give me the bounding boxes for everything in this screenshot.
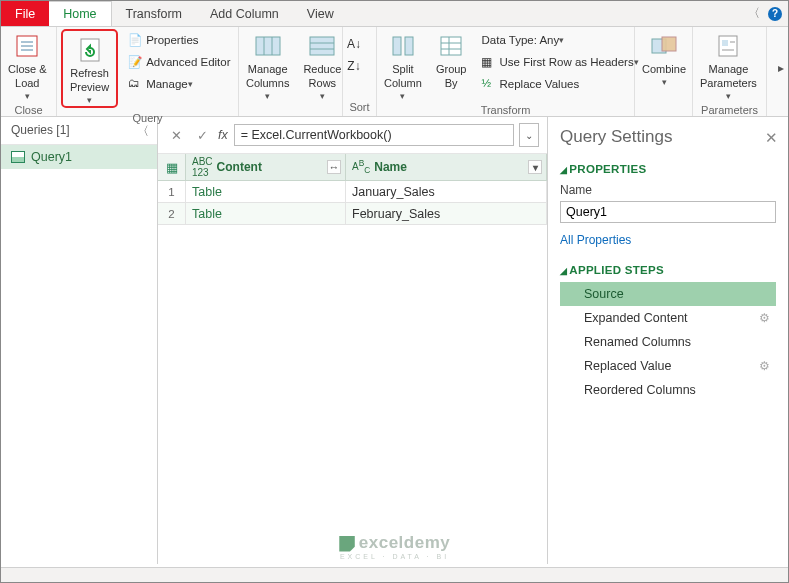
table-row[interactable]: 2 Table February_Sales — [158, 203, 547, 225]
cell-content[interactable]: Table — [186, 181, 346, 202]
close-load-button[interactable]: Close & Load — [1, 27, 54, 102]
row-number: 2 — [158, 203, 186, 224]
properties-button[interactable]: 📄Properties — [122, 29, 236, 51]
accept-formula-icon[interactable]: ✓ — [192, 125, 212, 145]
advanced-editor-icon: 📝 — [128, 55, 142, 69]
svg-rect-10 — [722, 40, 728, 46]
svg-rect-8 — [662, 37, 676, 51]
table-row[interactable]: 1 Table January_Sales — [158, 181, 547, 203]
properties-section-header[interactable]: PROPERTIES — [560, 163, 776, 175]
tab-file[interactable]: File — [1, 1, 49, 26]
headers-icon: ▦ — [481, 55, 495, 69]
svg-rect-4 — [393, 37, 401, 55]
replace-icon: ½ — [481, 77, 495, 91]
cell-name[interactable]: February_Sales — [346, 203, 547, 224]
cancel-formula-icon[interactable]: ✕ — [166, 125, 186, 145]
sort-desc-button[interactable]: Z↓ — [345, 55, 363, 77]
all-properties-link[interactable]: All Properties — [560, 233, 631, 247]
manage-button[interactable]: 🗂Manage — [122, 73, 236, 95]
column-content[interactable]: ABC123 Content ↔ — [186, 154, 346, 180]
manage-columns-icon — [253, 31, 283, 61]
ribbon-more-icon[interactable]: ▸ — [778, 61, 784, 75]
data-grid: ▦ ABC123 Content ↔ ABC Name ▾ 1 Table Ja… — [158, 154, 547, 225]
ribbon-collapse-icon[interactable]: 〈 — [748, 5, 760, 22]
group-close-label: Close — [1, 102, 56, 119]
gear-icon[interactable]: ⚙ — [759, 311, 770, 325]
expand-column-icon[interactable]: ↔ — [327, 160, 341, 174]
watermark-logo-icon — [339, 536, 355, 552]
reduce-rows-icon — [307, 31, 337, 61]
step-renamed-columns[interactable]: Renamed Columns — [560, 330, 776, 354]
parameters-icon — [713, 31, 743, 61]
ribbon: Close & Load Close Refresh Preview 📄Prop… — [1, 27, 788, 117]
tab-home[interactable]: Home — [49, 1, 111, 26]
row-number: 1 — [158, 181, 186, 202]
group-query-label: Query — [57, 110, 238, 127]
column-type-text-icon: ABC — [352, 158, 370, 175]
step-replaced-value[interactable]: Replaced Value⚙ — [560, 354, 776, 378]
help-icon[interactable]: ? — [768, 7, 782, 21]
watermark: exceldemy EXCEL · DATA · BI — [339, 533, 450, 560]
tab-transform[interactable]: Transform — [112, 1, 197, 26]
group-by-icon — [436, 31, 466, 61]
svg-rect-5 — [405, 37, 413, 55]
name-label: Name — [560, 183, 776, 197]
formula-input[interactable] — [234, 124, 514, 146]
queries-pane: Queries [1] 〈 Query1 — [1, 117, 158, 564]
grid-corner-icon[interactable]: ▦ — [158, 154, 186, 180]
combine-button[interactable]: Combine — [635, 27, 693, 99]
split-column-button[interactable]: Split Column — [377, 27, 429, 102]
step-reordered-columns[interactable]: Reordered Columns — [560, 378, 776, 402]
cell-name[interactable]: January_Sales — [346, 181, 547, 202]
query-settings-pane: Query Settings ✕ PROPERTIES Name All Pro… — [548, 117, 788, 564]
close-load-icon — [12, 31, 42, 61]
gear-icon[interactable]: ⚙ — [759, 359, 770, 373]
query-item[interactable]: Query1 — [1, 145, 157, 169]
query-settings-title: Query Settings — [560, 127, 776, 147]
data-type-button[interactable]: Data Type: Any — [475, 29, 644, 51]
refresh-preview-button[interactable]: Refresh Preview — [61, 29, 118, 108]
sort-asc-icon: A↓ — [347, 37, 361, 51]
advanced-editor-button[interactable]: 📝Advanced Editor — [122, 51, 236, 73]
reduce-rows-button[interactable]: Reduce Rows — [296, 27, 348, 102]
svg-rect-6 — [441, 37, 461, 55]
tab-view[interactable]: View — [293, 1, 348, 26]
table-icon — [11, 151, 25, 163]
replace-values-button[interactable]: ½Replace Values — [475, 73, 644, 95]
manage-parameters-button[interactable]: Manage Parameters — [693, 27, 764, 102]
split-column-icon — [388, 31, 418, 61]
svg-rect-2 — [256, 37, 280, 55]
group-sort-label: Sort — [343, 99, 376, 116]
fx-icon[interactable]: fx — [218, 128, 228, 142]
close-settings-icon[interactable]: ✕ — [765, 129, 778, 147]
column-type-icon: ABC123 — [192, 156, 213, 178]
formula-dropdown-icon[interactable]: ⌄ — [519, 123, 539, 147]
tab-add-column[interactable]: Add Column — [196, 1, 293, 26]
properties-icon: 📄 — [128, 33, 142, 47]
first-row-headers-button[interactable]: ▦Use First Row as Headers — [475, 51, 644, 73]
sort-asc-button[interactable]: A↓ — [345, 33, 363, 55]
status-bar — [1, 567, 788, 582]
step-expanded-content[interactable]: Expanded Content⚙ — [560, 306, 776, 330]
column-filter-icon[interactable]: ▾ — [528, 160, 542, 174]
query-name-input[interactable] — [560, 201, 776, 223]
tab-strip: File Home Transform Add Column View 〈 ? — [1, 1, 788, 27]
cell-content[interactable]: Table — [186, 203, 346, 224]
group-by-button[interactable]: Group By — [429, 27, 474, 102]
column-name[interactable]: ABC Name ▾ — [346, 154, 547, 180]
step-source[interactable]: Source — [560, 282, 776, 306]
refresh-icon — [75, 35, 105, 65]
sort-desc-icon: Z↓ — [347, 59, 360, 73]
manage-icon: 🗂 — [128, 77, 142, 91]
combine-icon — [649, 31, 679, 61]
applied-steps-header[interactable]: APPLIED STEPS — [560, 264, 776, 276]
manage-columns-button[interactable]: Manage Columns — [239, 27, 296, 102]
svg-rect-3 — [310, 37, 334, 55]
